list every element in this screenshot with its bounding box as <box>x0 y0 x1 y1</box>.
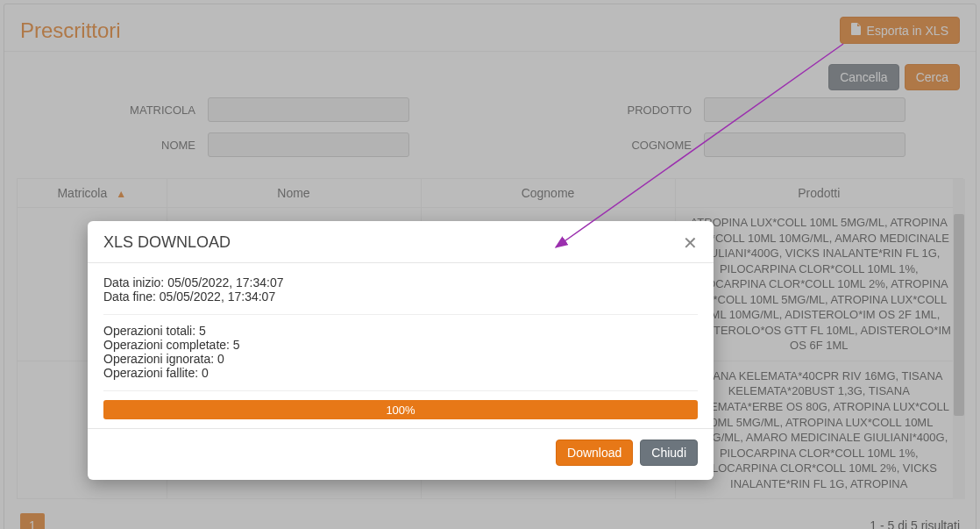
op-fallite-label: Operazioni fallite: <box>103 366 198 380</box>
data-inizio-value: 05/05/2022, 17:34:07 <box>167 275 283 290</box>
op-completate-value: 5 <box>233 338 240 352</box>
close-icon[interactable]: ✕ <box>683 234 698 252</box>
op-totali-value: 5 <box>199 324 206 338</box>
progress-bar: 100% <box>103 400 698 419</box>
xls-download-modal: XLS DOWNLOAD ✕ Data inizio: 05/05/2022, … <box>88 221 714 480</box>
data-inizio-label: Data inizio: <box>103 275 164 290</box>
data-fine-value: 05/05/2022, 17:34:07 <box>160 290 275 304</box>
op-ignorata-label: Operazioni ignorata: <box>103 352 214 366</box>
op-completate-label: Operazioni completate: <box>103 338 230 352</box>
data-fine-label: Data fine: <box>103 290 156 304</box>
op-fallite-value: 0 <box>202 366 209 380</box>
op-totali-label: Operazioni totali: <box>103 324 195 338</box>
modal-title: XLS DOWNLOAD <box>103 233 231 252</box>
download-button[interactable]: Download <box>556 440 633 466</box>
op-ignorata-value: 0 <box>217 352 224 366</box>
chiudi-button[interactable]: Chiudi <box>640 440 698 466</box>
